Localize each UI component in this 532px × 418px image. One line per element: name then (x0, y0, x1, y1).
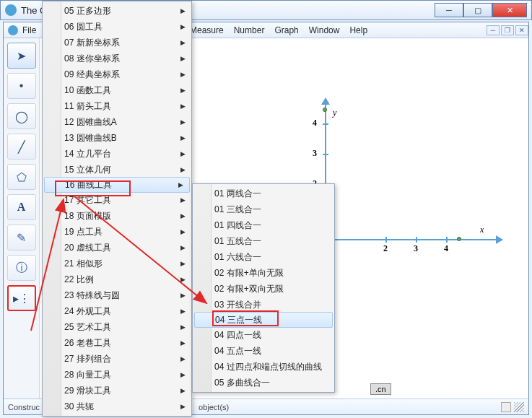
menu1-item-12[interactable]: 17 其它工具▶ (43, 192, 191, 208)
badge-cn: .cn (370, 383, 391, 395)
tool-custom[interactable]: ▸⋮ (7, 285, 36, 311)
maximize-button[interactable]: ▢ (463, 3, 492, 17)
ytick-4: 4 (313, 118, 317, 129)
menu-window[interactable]: Window (309, 25, 340, 35)
menu2-item-7[interactable]: 03 开线合并 (193, 297, 334, 313)
menu2-item-5[interactable]: 02 有限+单向无限 (193, 265, 334, 281)
menu-number[interactable]: Number (234, 25, 265, 35)
menu1-item-21[interactable]: 26 老巷工具▶ (43, 335, 191, 351)
menu1-item-22[interactable]: 27 排列组合▶ (43, 351, 191, 367)
tool-polygon[interactable]: ⬠ (7, 164, 36, 190)
menu-help[interactable]: Help (349, 25, 367, 35)
menu1-item-7[interactable]: 12 圆锥曲线A▶ (43, 114, 191, 130)
menu1-item-9[interactable]: 14 立几平台▶ (43, 146, 191, 162)
window-buttons: ─ ▢ ✕ (435, 3, 527, 17)
menu2-item-12[interactable]: 05 多曲线合一 (193, 375, 334, 391)
xlabel: x (480, 225, 484, 235)
tool-line[interactable]: ╱ (7, 134, 36, 160)
menu1-item-13[interactable]: 18 页面模版▶ (43, 208, 191, 224)
menu2-item-3[interactable]: 01 五线合一 (193, 233, 334, 249)
app-icon (5, 4, 17, 16)
menu1-item-10[interactable]: 15 立体几何▶ (43, 162, 191, 178)
tool-point[interactable]: • (7, 73, 36, 99)
menu1-item-25[interactable]: 30 共轭▶ (43, 399, 191, 414)
menu1-item-19[interactable]: 24 外观工具▶ (43, 303, 191, 319)
toolbar: ➤ • ◯ ╱ ⬠ A ✎ ⓘ ▸⋮ (4, 38, 40, 399)
tool-info[interactable]: ⓘ (7, 255, 36, 281)
menu1-item-15[interactable]: 20 虚线工具▶ (43, 240, 191, 256)
ytick-3: 3 (313, 148, 317, 159)
x-axis-arrow (496, 235, 503, 244)
status-icon (501, 402, 511, 412)
menu2-item-11[interactable]: 04 过四点和端点切线的曲线 (193, 359, 334, 375)
mdi-restore[interactable]: ❐ (501, 25, 514, 35)
menu1-item-1[interactable]: 06 圆工具▶ (43, 19, 191, 35)
menu1-item-2[interactable]: 07 新新坐标系▶ (43, 35, 191, 51)
xtick-3: 3 (414, 243, 418, 254)
close-button[interactable]: ✕ (492, 3, 527, 17)
menu1-item-5[interactable]: 10 函数工具▶ (43, 82, 191, 98)
menu1-item-4[interactable]: 09 经典坐标系▶ (43, 66, 191, 82)
mdi-minimize[interactable]: ─ (487, 25, 500, 35)
menu1-item-24[interactable]: 29 滑块工具▶ (43, 383, 191, 399)
xtick-4: 4 (444, 243, 448, 254)
menu2-item-2[interactable]: 01 四线合一 (193, 217, 334, 233)
menu2-item-9[interactable]: 04 四点一线 (193, 327, 334, 343)
submenu-tools[interactable]: 05 正多边形▶06 圆工具▶07 新新坐标系▶08 迷你坐标系▶09 经典坐标… (42, 1, 192, 417)
submenu-curve-tools[interactable]: 01 两线合一01 三线合一01 四线合一01 五线合一01 六线合一02 有限… (192, 183, 335, 393)
menu2-item-4[interactable]: 01 六线合一 (193, 249, 334, 265)
status-mid: object(s) (199, 403, 229, 412)
menu1-item-11[interactable]: 16 曲线工具▶ (44, 177, 190, 193)
menu1-item-17[interactable]: 22 比例▶ (43, 271, 191, 287)
menu1-item-16[interactable]: 21 相似形▶ (43, 256, 191, 271)
menu1-item-3[interactable]: 08 迷你坐标系▶ (43, 51, 191, 66)
doc-icon (8, 25, 18, 35)
minimize-button[interactable]: ─ (435, 3, 463, 17)
resize-grip[interactable] (514, 402, 524, 412)
x-axis (325, 239, 498, 240)
menu2-item-1[interactable]: 01 三线合一 (193, 201, 334, 217)
menu1-item-0[interactable]: 05 正多边形▶ (43, 3, 191, 19)
menu2-item-8[interactable]: 04 三点一线 (194, 312, 333, 328)
xtick-2: 2 (383, 243, 388, 254)
point-right[interactable] (457, 237, 461, 241)
point-top[interactable] (323, 108, 327, 112)
menu1-item-23[interactable]: 28 向量工具▶ (43, 367, 191, 383)
menu2-item-0[interactable]: 01 两线合一 (193, 186, 334, 201)
menu-graph[interactable]: Graph (274, 25, 298, 35)
mdi-close[interactable]: ✕ (515, 25, 528, 35)
ylabel: y (333, 108, 336, 118)
y-axis-arrow (321, 97, 330, 105)
menu1-item-6[interactable]: 11 箭头工具▶ (43, 98, 191, 114)
menu1-item-14[interactable]: 19 点工具▶ (43, 224, 191, 240)
menu1-item-20[interactable]: 25 艺术工具▶ (43, 319, 191, 335)
tool-circle[interactable]: ◯ (7, 103, 36, 129)
menu1-item-18[interactable]: 23 特殊线与圆▶ (43, 287, 191, 303)
menu-measure[interactable]: Measure (190, 25, 224, 35)
tool-arrow[interactable]: ➤ (7, 43, 36, 69)
menu1-item-8[interactable]: 13 圆锥曲线B▶ (43, 130, 191, 146)
tool-text[interactable]: A (7, 194, 36, 220)
menu2-item-6[interactable]: 02 有限+双向无限 (193, 281, 334, 297)
tool-marker[interactable]: ✎ (7, 225, 36, 251)
status-left: Construc (8, 403, 40, 412)
menu-file[interactable]: File (22, 25, 36, 35)
menu2-item-10[interactable]: 04 五点一线 (193, 343, 334, 359)
